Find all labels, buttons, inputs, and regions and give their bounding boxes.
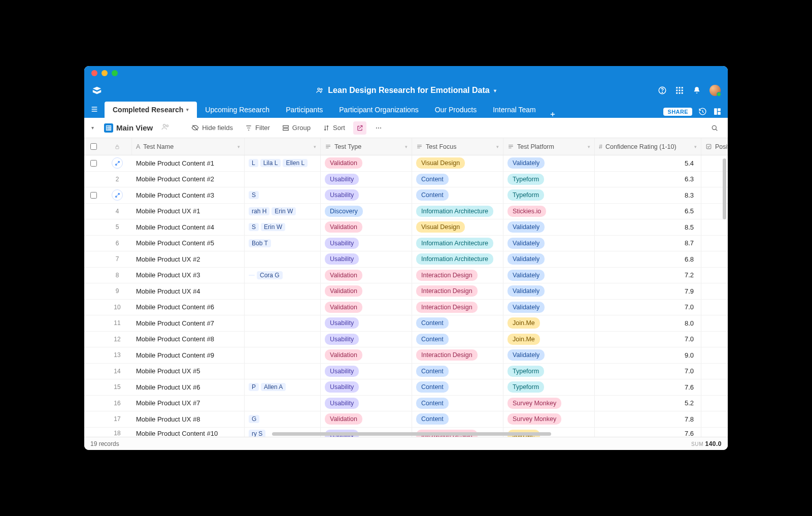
- cell-test-platform[interactable]: Join.Me: [503, 332, 595, 347]
- cell-confidence[interactable]: 8.7: [595, 236, 701, 251]
- cell-test-platform[interactable]: Validately: [503, 268, 595, 283]
- person-chip[interactable]: [249, 275, 255, 276]
- cell-test-platform[interactable]: Validately: [503, 155, 595, 171]
- cell-test-platform[interactable]: Validately: [503, 219, 595, 235]
- cell-test-platform[interactable]: Stickies.io: [503, 204, 595, 219]
- expand-record-button[interactable]: [112, 189, 123, 201]
- share-button[interactable]: SHARE: [663, 108, 692, 116]
- table-row[interactable]: 13Mobile Product Content #9ValidationInt…: [84, 347, 728, 364]
- current-view-chip[interactable]: Main View: [100, 121, 157, 135]
- minimize-window-icon[interactable]: [101, 70, 108, 76]
- cell-test-type[interactable]: Usability: [321, 396, 412, 411]
- cell-test-name[interactable]: Mobile Product Content #8: [132, 332, 245, 347]
- cell-test-name[interactable]: Mobile Product UX #1: [132, 204, 245, 219]
- cell-test-platform[interactable]: Validately: [503, 347, 595, 363]
- cell-confidence[interactable]: 7.2: [595, 268, 701, 283]
- tab-participant-organizations[interactable]: Participant Organizations: [331, 102, 426, 118]
- cell-test-type[interactable]: Usability: [321, 332, 412, 347]
- cell-test-type[interactable]: Validation: [321, 155, 412, 171]
- cell-people[interactable]: [245, 347, 321, 363]
- column-summary[interactable]: SUM 140.0: [691, 440, 722, 447]
- cell-people[interactable]: [245, 251, 321, 267]
- cell-test-platform[interactable]: Validately: [503, 300, 595, 315]
- cell-test-name[interactable]: Mobile Product Content #1: [132, 155, 245, 171]
- cell-test-focus[interactable]: Interaction Design: [412, 300, 503, 315]
- column-header-test-platform[interactable]: Test Platform ▾: [503, 138, 595, 155]
- cell-test-type[interactable]: Discovery: [321, 204, 412, 219]
- table-row[interactable]: 17Mobile Product UX #8GValidationContent…: [84, 411, 728, 428]
- cell-positive[interactable]: [701, 236, 728, 251]
- cell-confidence[interactable]: 6.5: [595, 204, 701, 219]
- airtable-logo-icon[interactable]: [91, 85, 103, 96]
- person-chip[interactable]: Bob T: [249, 239, 271, 247]
- cell-confidence[interactable]: 9.0: [595, 347, 701, 363]
- hide-fields-button[interactable]: Hide fields: [187, 122, 237, 134]
- person-chip[interactable]: G: [249, 415, 259, 423]
- cell-test-type[interactable]: Usability: [321, 251, 412, 267]
- cell-test-focus[interactable]: Interaction Design: [412, 347, 503, 363]
- cell-positive[interactable]: [701, 283, 728, 299]
- sort-button[interactable]: Sort: [319, 122, 349, 134]
- person-chip[interactable]: S: [249, 191, 259, 199]
- cell-test-name[interactable]: Mobile Product Content #3: [132, 187, 245, 203]
- cell-confidence[interactable]: 7.8: [595, 411, 701, 427]
- cell-confidence[interactable]: 8.0: [595, 315, 701, 331]
- cell-confidence[interactable]: 7.0: [595, 300, 701, 315]
- table-row[interactable]: 12Mobile Product Content #8UsabilityCont…: [84, 332, 728, 348]
- cell-test-focus[interactable]: Content: [412, 187, 503, 203]
- table-row[interactable]: 2Mobile Product Content #2UsabilityConte…: [84, 172, 728, 188]
- cell-test-focus[interactable]: Information Architecture: [412, 251, 503, 267]
- cell-people[interactable]: [245, 172, 321, 187]
- cell-positive[interactable]: [701, 251, 728, 267]
- column-header-test-type[interactable]: Test Type ▾: [321, 138, 412, 155]
- cell-test-name[interactable]: Mobile Product Content #9: [132, 347, 245, 363]
- cell-test-platform[interactable]: Typeform: [503, 187, 595, 203]
- select-all-checkbox[interactable]: [84, 138, 103, 155]
- cell-people[interactable]: [245, 283, 321, 299]
- cell-test-type[interactable]: Validation: [321, 347, 412, 363]
- cell-positive[interactable]: [701, 219, 728, 235]
- table-row[interactable]: 16Mobile Product UX #7UsabilityContentSu…: [84, 396, 728, 412]
- expand-record-button[interactable]: [112, 157, 123, 169]
- cell-test-focus[interactable]: Information Architecture: [412, 204, 503, 219]
- apps-grid-icon[interactable]: [675, 86, 684, 95]
- column-header-test-name[interactable]: A Test Name ▾: [132, 138, 245, 155]
- cell-test-focus[interactable]: Interaction Design: [412, 268, 503, 283]
- cell-people[interactable]: [245, 300, 321, 315]
- tab-completed-research[interactable]: Completed Research▾: [105, 102, 197, 118]
- cell-test-focus[interactable]: Content: [412, 315, 503, 331]
- tab-upcoming-research[interactable]: Upcoming Research: [197, 102, 278, 118]
- person-chip[interactable]: Allen A: [261, 383, 286, 391]
- table-row[interactable]: 9Mobile Product UX #4ValidationInteracti…: [84, 283, 728, 300]
- cell-test-platform[interactable]: Typeform: [503, 172, 595, 187]
- cell-positive[interactable]: [701, 364, 728, 379]
- cell-test-focus[interactable]: Information Architecture: [412, 236, 503, 251]
- cell-test-name[interactable]: Mobile Product UX #7: [132, 396, 245, 411]
- cell-test-focus[interactable]: Content: [412, 379, 503, 395]
- cell-test-name[interactable]: Mobile Product UX #2: [132, 251, 245, 267]
- user-avatar[interactable]: [709, 85, 721, 96]
- cell-confidence[interactable]: 7.6: [595, 379, 701, 395]
- cell-test-type[interactable]: Usability: [321, 187, 412, 203]
- chevron-down-icon[interactable]: ▾: [238, 144, 240, 149]
- cell-test-platform[interactable]: Typeform: [503, 364, 595, 379]
- add-table-button[interactable]: [544, 111, 561, 118]
- share-view-button[interactable]: [353, 121, 366, 135]
- search-button[interactable]: [706, 122, 723, 134]
- table-row[interactable]: 6Mobile Product Content #5Bob TUsability…: [84, 236, 728, 252]
- person-chip[interactable]: Erin W: [272, 207, 296, 215]
- cell-confidence[interactable]: 7.0: [595, 332, 701, 347]
- cell-test-platform[interactable]: Typeform: [503, 379, 595, 395]
- close-window-icon[interactable]: [91, 70, 97, 76]
- cell-test-type[interactable]: Validation: [321, 268, 412, 283]
- cell-positive[interactable]: [701, 300, 728, 315]
- table-row[interactable]: 11Mobile Product Content #7UsabilityCont…: [84, 315, 728, 332]
- person-chip[interactable]: Lila L: [260, 159, 281, 167]
- history-icon[interactable]: [698, 107, 707, 116]
- cell-test-type[interactable]: Validation: [321, 283, 412, 299]
- cell-positive[interactable]: [701, 268, 728, 283]
- vertical-scrollbar[interactable]: [723, 158, 726, 219]
- cell-test-type[interactable]: Usability: [321, 236, 412, 251]
- cell-people[interactable]: SErin W: [245, 219, 321, 235]
- cell-test-type[interactable]: Usability: [321, 315, 412, 331]
